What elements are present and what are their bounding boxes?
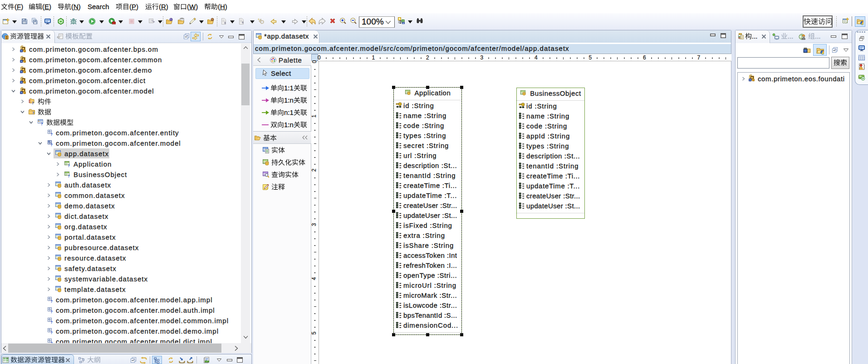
svg-text:?: ? (32, 101, 34, 105)
svg-text:?: ? (51, 310, 53, 314)
svg-text:?: ? (51, 320, 53, 325)
svg-text:?: ? (68, 163, 70, 168)
svg-text:?: ? (51, 143, 53, 147)
svg-text:?: ? (41, 122, 43, 126)
svg-text:?: ? (51, 299, 53, 304)
svg-text:?: ? (51, 330, 53, 335)
svg-text:?: ? (51, 132, 53, 137)
svg-text:?: ? (68, 174, 70, 178)
svg-text:?: ? (32, 111, 34, 115)
